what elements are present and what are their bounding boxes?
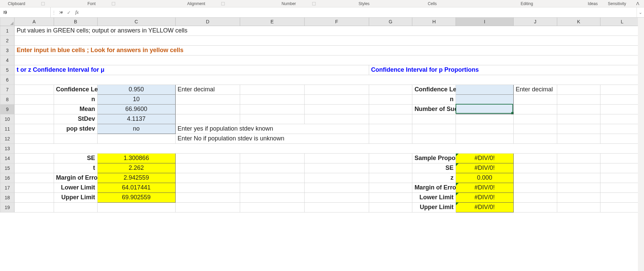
cell[interactable] (557, 202, 600, 212)
cell[interactable] (557, 104, 600, 114)
cell[interactable] (175, 163, 240, 173)
cell[interactable] (513, 124, 557, 134)
cell[interactable] (240, 202, 304, 212)
cell[interactable]: Enter decimal (175, 85, 240, 94)
row-header[interactable]: 6 (0, 75, 15, 85)
ribbon-group-editing[interactable]: Editing (521, 1, 533, 6)
col-header[interactable]: L (600, 18, 644, 26)
cell[interactable] (369, 134, 412, 143)
cell[interactable] (304, 85, 369, 94)
row-header[interactable]: 17 (0, 183, 15, 193)
cell[interactable] (600, 124, 644, 134)
cell[interactable]: Upper Limit (412, 202, 456, 212)
cell[interactable] (600, 114, 644, 124)
cell[interactable] (513, 183, 557, 193)
cell[interactable] (15, 104, 54, 114)
cell[interactable] (15, 193, 54, 202)
cell[interactable] (600, 183, 644, 193)
cell[interactable]: 0.000 (456, 173, 514, 183)
cell[interactable] (175, 183, 240, 193)
cell[interactable] (240, 193, 304, 202)
cell[interactable] (240, 153, 304, 163)
col-header[interactable]: A (15, 18, 54, 26)
col-header[interactable]: K (557, 18, 600, 26)
cell[interactable] (15, 124, 54, 134)
col-header[interactable]: D (175, 18, 240, 26)
ribbon-group-styles[interactable]: Styles (359, 1, 370, 6)
cell[interactable]: t or z Confidence Interval for μ (15, 65, 369, 75)
row-header[interactable]: 15 (0, 163, 15, 173)
cell[interactable] (97, 134, 175, 143)
ribbon-collapse-icon[interactable]: ᐱ (634, 1, 641, 6)
cell[interactable] (600, 163, 644, 173)
cell[interactable]: Confidence Interval for p Proportions (369, 65, 644, 75)
row-header[interactable]: 11 (0, 124, 15, 134)
enter-icon[interactable]: ✓ (65, 10, 73, 15)
cell[interactable] (600, 85, 644, 94)
row-header[interactable]: 3 (0, 45, 15, 55)
cell[interactable] (304, 173, 369, 183)
cell[interactable] (600, 193, 644, 202)
cancel-icon[interactable]: ✕ (57, 10, 65, 15)
cell[interactable]: 64.017441 (97, 183, 175, 193)
cell[interactable] (175, 94, 240, 104)
cell[interactable]: 0.950 (97, 85, 175, 94)
cell[interactable] (369, 104, 412, 114)
cell[interactable]: Enter decimal (513, 85, 557, 94)
cell[interactable] (600, 202, 644, 212)
cell[interactable]: pop stdev (54, 124, 97, 134)
cell[interactable]: no (97, 124, 175, 134)
cell[interactable] (15, 173, 54, 183)
cell[interactable] (557, 173, 600, 183)
cell[interactable]: Enter input in blue cells ; Look for ans… (15, 45, 644, 55)
cell[interactable]: #DIV/0! (456, 183, 514, 193)
row-header[interactable]: 9 (0, 104, 15, 114)
cell[interactable] (513, 114, 557, 124)
cell[interactable] (513, 193, 557, 202)
cell[interactable] (304, 202, 369, 212)
cell[interactable] (175, 114, 240, 124)
cell[interactable] (15, 183, 54, 193)
cell[interactable] (557, 114, 600, 124)
cell[interactable] (369, 202, 412, 212)
cell[interactable] (175, 202, 240, 212)
select-all-corner[interactable] (0, 18, 15, 26)
cell[interactable] (304, 153, 369, 163)
formula-bar-expand-icon[interactable]: ⌄ (637, 7, 644, 17)
col-header[interactable]: F (304, 18, 369, 26)
cell[interactable] (240, 183, 304, 193)
cell[interactable] (456, 85, 514, 94)
cell[interactable]: #DIV/0! (456, 153, 514, 163)
cell[interactable] (304, 183, 369, 193)
cell[interactable]: Margin of Error (54, 173, 97, 183)
cell[interactable] (557, 85, 600, 94)
cell[interactable]: #DIV/0! (456, 193, 514, 202)
cell[interactable] (369, 94, 412, 104)
cell[interactable] (513, 94, 557, 104)
cell[interactable] (456, 94, 514, 104)
ribbon-group-cells[interactable]: Cells (428, 1, 437, 6)
cell[interactable]: Sample Proportion (412, 153, 456, 163)
cell[interactable] (513, 173, 557, 183)
cell[interactable] (513, 104, 557, 114)
cell-active[interactable] (456, 104, 514, 114)
cell[interactable] (240, 173, 304, 183)
cell[interactable]: Upper Limit (54, 193, 97, 202)
cell[interactable] (304, 114, 369, 124)
cell[interactable] (15, 36, 644, 45)
cell[interactable]: n (54, 94, 97, 104)
cell[interactable]: SE (54, 153, 97, 163)
formula-input[interactable] (81, 7, 637, 17)
cell[interactable] (513, 153, 557, 163)
cell[interactable]: 69.902559 (97, 193, 175, 202)
row-header[interactable]: 12 (0, 134, 15, 143)
cell[interactable] (369, 124, 412, 134)
col-header[interactable]: H (412, 18, 456, 26)
cell[interactable]: #DIV/0! (456, 163, 514, 173)
cell[interactable] (600, 153, 644, 163)
cell[interactable] (54, 202, 97, 212)
cell[interactable] (412, 124, 456, 134)
cell[interactable]: 2.262 (97, 163, 175, 173)
ribbon-group-clipboard[interactable]: Clipboard (8, 1, 45, 6)
row-header[interactable]: 18 (0, 193, 15, 202)
